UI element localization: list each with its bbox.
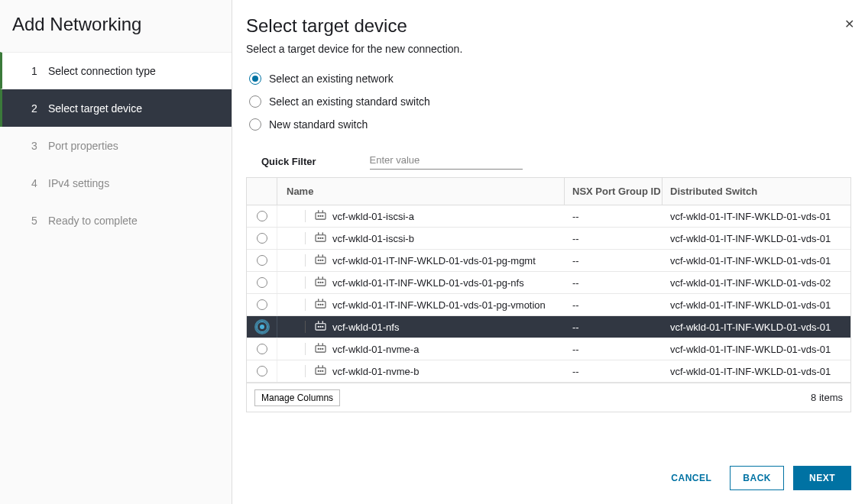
wizard-step-1[interactable]: 1Select connection type [0, 52, 232, 89]
svg-point-27 [322, 304, 323, 305]
table-row[interactable]: vcf-wkld-01-IT-INF-WKLD-01-vds-01-pg-mgm… [247, 250, 850, 272]
target-type-radio-2[interactable]: New standard switch [246, 113, 851, 136]
svg-point-46 [318, 365, 319, 366]
quick-filter-label: Quick Filter [261, 156, 316, 167]
distributed-switch: vcf-wkld-01-IT-INF-WKLD-01-vds-01 [663, 338, 850, 360]
svg-point-34 [318, 321, 319, 321]
distributed-switch: vcf-wkld-01-IT-INF-WKLD-01-vds-02 [663, 272, 850, 293]
network-name: vcf-wkld-01-nvme-b [332, 366, 419, 377]
svg-point-23 [322, 276, 323, 277]
row-radio-icon[interactable] [257, 211, 267, 221]
distributed-switch: vcf-wkld-01-IT-INF-WKLD-01-vds-01 [663, 250, 850, 271]
distributed-switch: vcf-wkld-01-IT-INF-WKLD-01-vds-01 [663, 228, 850, 249]
step-label: Port properties [48, 140, 118, 152]
radio-label: Select an existing network [269, 73, 394, 85]
svg-point-40 [318, 343, 319, 344]
portgroup-icon [315, 232, 326, 244]
row-radio-icon[interactable] [257, 233, 267, 244]
manage-columns-button[interactable]: Manage Columns [254, 389, 340, 406]
network-name: vcf-wkld-01-IT-INF-WKLD-01-vds-01-pg-vmo… [332, 299, 546, 311]
svg-point-25 [318, 304, 319, 305]
nsx-port-group-id: -- [565, 205, 663, 227]
svg-point-44 [319, 370, 321, 372]
column-distributed-switch[interactable]: Distributed Switch [663, 178, 850, 205]
portgroup-icon [315, 276, 326, 289]
back-button[interactable]: BACK [730, 466, 784, 490]
portgroup-icon [315, 254, 326, 267]
cancel-button[interactable]: CANCEL [662, 467, 721, 489]
row-radio-icon[interactable] [257, 366, 267, 376]
distributed-switch: vcf-wkld-01-IT-INF-WKLD-01-vds-01 [663, 205, 850, 227]
step-number: 3 [31, 140, 48, 152]
svg-point-5 [322, 210, 323, 211]
table-row[interactable]: vcf-wkld-01-IT-INF-WKLD-01-vds-01-pg-nfs… [247, 272, 850, 294]
nsx-port-group-id: -- [565, 360, 663, 382]
step-number: 1 [31, 65, 48, 77]
radio-label: Select an existing standard switch [269, 95, 430, 108]
portgroup-icon [315, 321, 326, 333]
table-row[interactable]: vcf-wkld-01-nfs -- vcf-wkld-01-IT-INF-WK… [247, 316, 850, 338]
portgroup-icon [315, 365, 326, 377]
table-row[interactable]: vcf-wkld-01-nvme-b -- vcf-wkld-01-IT-INF… [247, 360, 850, 383]
svg-point-1 [318, 215, 319, 217]
network-name: vcf-wkld-01-nvme-a [332, 344, 419, 355]
next-button[interactable]: NEXT [793, 466, 851, 490]
svg-point-8 [319, 237, 321, 239]
svg-point-21 [322, 282, 323, 283]
svg-point-20 [319, 282, 321, 283]
svg-point-43 [318, 370, 319, 372]
step-number: 5 [31, 215, 48, 227]
wizard-sidebar: Add Networking 1Select connection type2S… [0, 0, 232, 504]
table-row[interactable]: vcf-wkld-01-nvme-a -- vcf-wkld-01-IT-INF… [247, 338, 850, 360]
svg-point-2 [319, 215, 321, 217]
row-radio-icon[interactable] [257, 277, 267, 288]
close-icon[interactable]: ✕ [844, 17, 854, 31]
nsx-port-group-id: -- [565, 294, 663, 315]
svg-point-3 [322, 215, 323, 217]
portgroup-icon [315, 210, 326, 222]
svg-point-39 [322, 348, 323, 350]
radio-icon [249, 95, 261, 108]
row-radio-icon[interactable] [257, 344, 267, 354]
row-radio-icon[interactable] [257, 255, 267, 266]
portgroup-icon [315, 299, 326, 311]
svg-point-37 [318, 348, 319, 350]
svg-point-13 [318, 260, 319, 261]
network-table: Name NSX Port Group ID Distributed Switc… [246, 177, 851, 383]
svg-point-22 [318, 276, 319, 277]
table-row[interactable]: vcf-wkld-01-iscsi-b -- vcf-wkld-01-IT-IN… [247, 228, 850, 250]
target-type-radio-1[interactable]: Select an existing standard switch [246, 90, 851, 113]
wizard-step-4: 4IPv4 settings [0, 164, 232, 202]
svg-point-11 [322, 232, 323, 233]
row-radio-icon[interactable] [257, 321, 267, 332]
svg-point-35 [322, 321, 323, 321]
column-nsx-port-group-id[interactable]: NSX Port Group ID [565, 178, 663, 205]
network-name: vcf-wkld-01-nfs [332, 321, 399, 333]
step-label: Select target device [48, 102, 142, 115]
row-radio-icon[interactable] [257, 299, 267, 310]
nsx-port-group-id: -- [565, 272, 663, 293]
table-row[interactable]: vcf-wkld-01-IT-INF-WKLD-01-vds-01-pg-vmo… [247, 294, 850, 316]
svg-point-15 [322, 260, 323, 261]
nsx-port-group-id: -- [565, 250, 663, 271]
item-count: 8 items [811, 392, 843, 403]
svg-point-45 [322, 370, 323, 372]
quick-filter-input[interactable] [370, 153, 523, 170]
target-type-radio-0[interactable]: Select an existing network [246, 67, 851, 90]
nsx-port-group-id: -- [565, 338, 663, 360]
wizard-step-5: 5Ready to complete [0, 202, 232, 239]
svg-point-19 [318, 282, 319, 283]
distributed-switch: vcf-wkld-01-IT-INF-WKLD-01-vds-01 [663, 316, 850, 338]
svg-point-14 [319, 260, 321, 261]
radio-label: New standard switch [269, 118, 368, 131]
wizard-main: ✕ Select target device Select a target d… [232, 0, 865, 504]
svg-point-7 [318, 237, 319, 239]
table-row[interactable]: vcf-wkld-01-iscsi-a -- vcf-wkld-01-IT-IN… [247, 205, 850, 228]
step-label: IPv4 settings [48, 177, 109, 189]
svg-point-10 [318, 232, 319, 233]
distributed-switch: vcf-wkld-01-IT-INF-WKLD-01-vds-01 [663, 360, 850, 382]
svg-point-26 [319, 304, 321, 305]
wizard-step-3: 3Port properties [0, 127, 232, 164]
column-name[interactable]: Name [277, 178, 565, 205]
wizard-step-2: 2Select target device [0, 89, 232, 127]
